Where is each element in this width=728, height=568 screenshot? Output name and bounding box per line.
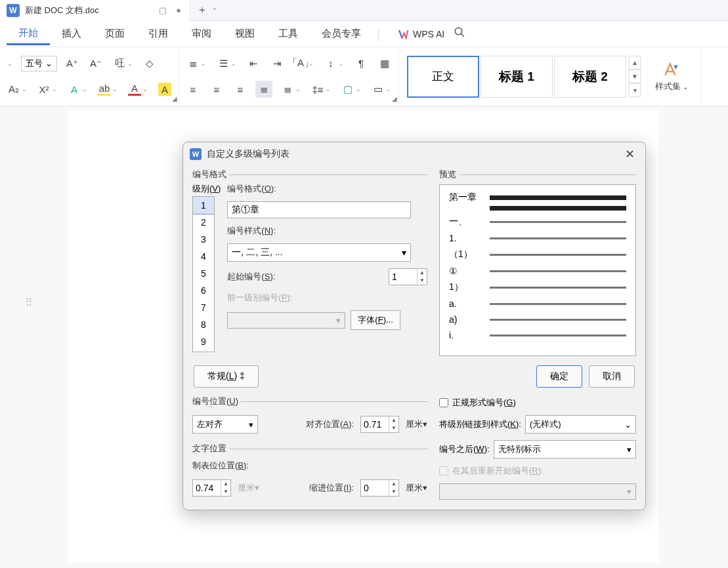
prev-level-number-label: 前一级别编号(P): [227, 292, 427, 304]
distribute-button[interactable]: ≣⌄ [279, 81, 303, 98]
bullet-list-button[interactable]: ≣⌄ [184, 55, 208, 72]
change-case-button[interactable]: 㕵⌄ [111, 55, 135, 72]
indent-position-input[interactable] [361, 480, 389, 496]
menu-member[interactable]: 会员专享 [310, 24, 373, 44]
start-number-input[interactable] [389, 269, 417, 285]
level-item-4[interactable]: 4 [193, 248, 214, 265]
spin-up-icon[interactable]: ▲ [221, 480, 230, 488]
align-position-spinner[interactable]: ▲▼ [360, 416, 399, 433]
borders-button[interactable]: ▭⌄ [370, 81, 393, 98]
spin-down-icon[interactable]: ▼ [221, 488, 230, 496]
text-effects-button[interactable]: A⌄ [66, 81, 89, 98]
menu-start[interactable]: 开始 [7, 23, 50, 45]
line-spacing-button[interactable]: ‡≡⌄ [309, 81, 333, 98]
level-item-6[interactable]: 6 [193, 282, 214, 299]
tab-position-input[interactable] [193, 480, 221, 496]
wps-ai-label: WPS AI [413, 29, 444, 39]
char-shading-button[interactable]: A [156, 81, 173, 98]
normal-mode-button[interactable]: 常规(L) ‡ [194, 365, 259, 388]
align-left-button[interactable]: ≡ [184, 81, 202, 98]
spin-down-icon[interactable]: ▼ [389, 488, 398, 496]
search-icon[interactable] [454, 26, 465, 41]
legal-format-label: 正规形式编号(G) [452, 397, 516, 409]
tab-position-spinner[interactable]: ▲▼ [192, 479, 231, 497]
font-dialog-launcher[interactable]: ◢ [172, 95, 177, 102]
superscript-button[interactable]: X²⌄ [35, 81, 59, 98]
chevron-down-icon: ⌄ [45, 58, 53, 68]
level-item-3[interactable]: 3 [193, 231, 214, 248]
new-tab-button[interactable]: ＋ ⌄ [190, 3, 224, 17]
level-item-9[interactable]: 9 [193, 333, 214, 350]
level-item-7[interactable]: 7 [193, 299, 214, 316]
style-scroll-down[interactable]: ▼ [629, 70, 641, 83]
increase-font-button[interactable]: A⁺ [64, 55, 81, 72]
menu-review[interactable]: 审阅 [180, 24, 223, 44]
align-justify-button[interactable]: ≣ [255, 81, 272, 98]
unit-cm: 厘米▾ [406, 482, 427, 494]
preview-line-9: i. [449, 330, 486, 340]
style-heading2[interactable]: 标题 2 [554, 56, 626, 98]
font-family-dropdown[interactable]: ⌄ [5, 58, 14, 69]
decrease-indent-button[interactable]: ⇤ [245, 55, 262, 72]
style-normal[interactable]: 正文 [407, 56, 479, 98]
spin-up-icon[interactable]: ▲ [389, 416, 398, 424]
styleset-button[interactable]: 样式集 ⌄ [647, 61, 696, 92]
menu-tools[interactable]: 工具 [267, 24, 310, 44]
clear-format-button[interactable]: ◇ [141, 55, 158, 72]
font-size-dropdown[interactable]: 五号⌄ [21, 56, 57, 71]
link-style-dropdown[interactable]: (无样式)⌄ [525, 415, 636, 434]
paragraph-dialog-launcher[interactable]: ◢ [392, 95, 397, 102]
show-marks-button[interactable]: ¶ [353, 55, 370, 72]
style-scroll-up[interactable]: ▲ [629, 56, 641, 70]
start-number-spinner[interactable]: ▲▼ [389, 268, 427, 285]
spin-down-icon[interactable]: ▼ [418, 277, 427, 285]
spin-down-icon[interactable]: ▼ [389, 424, 398, 432]
level-item-8[interactable]: 8 [193, 316, 214, 333]
style-gallery-expand[interactable]: ▾ [629, 83, 641, 97]
legal-format-checkbox-input[interactable] [439, 398, 448, 407]
drag-handle-icon[interactable]: ⠿ [25, 296, 34, 309]
number-style-dropdown[interactable]: 一, 二, 三, ... ▾ [227, 243, 411, 262]
number-format-input[interactable] [227, 201, 411, 218]
spin-up-icon[interactable]: ▲ [418, 269, 427, 277]
ok-button[interactable]: 确定 [536, 365, 582, 388]
font-color-button[interactable]: A⌄ [126, 81, 150, 98]
level-item-1[interactable]: 1 [193, 197, 214, 214]
chevron-down-icon: ▾ [627, 487, 632, 497]
phonetic-guide-button[interactable]: 「A」⌄ [292, 55, 316, 72]
menu-reference[interactable]: 引用 [137, 24, 180, 44]
subscript-button[interactable]: A₂⌄ [5, 81, 29, 98]
indent-position-spinner[interactable]: ▲▼ [360, 479, 399, 497]
shading-button[interactable]: ▢⌄ [339, 81, 363, 98]
menu-page[interactable]: 页面 [93, 24, 137, 44]
align-right-button[interactable]: ≡ [232, 81, 249, 98]
number-list-button[interactable]: ☰⌄ [215, 55, 238, 72]
dialog-close-button[interactable]: ✕ [621, 146, 639, 163]
menu-insert[interactable]: 插入 [50, 24, 93, 44]
menu-view[interactable]: 视图 [223, 24, 267, 44]
align-center-button[interactable]: ≡ [208, 81, 225, 98]
tab-restore-icon[interactable]: ▢ [157, 5, 169, 15]
cancel-button[interactable]: 取消 [589, 365, 635, 388]
level-listbox[interactable]: 1 2 3 4 5 6 7 8 9 [192, 196, 215, 352]
decrease-font-button[interactable]: A⁻ [87, 55, 104, 72]
spin-up-icon[interactable]: ▲ [389, 480, 398, 488]
sort-button[interactable]: ↕⌄ [322, 55, 346, 72]
font-button[interactable]: 字体(F)... [351, 310, 400, 330]
dialog-titlebar[interactable]: W 自定义多级编号列表 ✕ [183, 142, 645, 166]
after-number-dropdown[interactable]: 无特别标示▾ [494, 440, 636, 458]
increase-indent-button[interactable]: ⇥ [268, 55, 286, 72]
legal-format-checkbox[interactable]: 正规形式编号(G) [439, 397, 636, 409]
border-grid-button[interactable]: ▦ [376, 55, 393, 72]
highlight-button[interactable]: ab⌄ [96, 81, 119, 98]
document-tab[interactable]: W 新建 DOC 文档.doc ▢ ● [0, 0, 190, 21]
level-item-5[interactable]: 5 [193, 265, 214, 282]
chevron-down-icon: ⌄ [211, 3, 217, 17]
las-item-2[interactable]: 2 [193, 214, 214, 231]
align-position-input[interactable] [361, 416, 389, 432]
style-heading1[interactable]: 标题 1 [481, 56, 553, 98]
word-app-icon: W [7, 4, 20, 17]
tab-close-icon[interactable]: ● [174, 5, 183, 15]
alignment-dropdown[interactable]: 左对齐▾ [192, 415, 258, 434]
wps-ai-button[interactable]: WPS AI [397, 28, 444, 40]
